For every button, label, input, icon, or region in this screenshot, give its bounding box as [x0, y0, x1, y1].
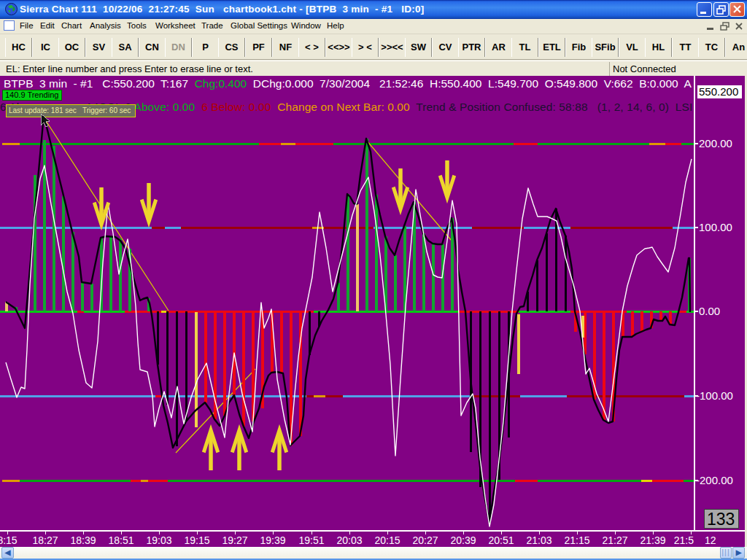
svg-text:133: 133: [707, 510, 735, 529]
svg-text:140.9 Trending: 140.9 Trending: [5, 90, 58, 99]
svg-text:19:27: 19:27: [222, 534, 247, 546]
svg-text:0.00: 0.00: [699, 305, 720, 317]
svg-text:18:27: 18:27: [32, 534, 58, 546]
svg-text:-100.00: -100.00: [696, 389, 733, 402]
svg-text:Last update: 181 sec Trigger: Last update: 181 sec Trigger: 60 sec: [9, 106, 131, 114]
svg-text:20:39: 20:39: [450, 534, 476, 546]
svg-text:20:03: 20:03: [336, 534, 362, 546]
svg-text:21:27: 21:27: [602, 534, 627, 546]
svg-text:21:15: 21:15: [564, 534, 589, 546]
svg-text:-200.00: -200.00: [696, 474, 733, 486]
svg-text:18:39: 18:39: [70, 534, 96, 546]
svg-text:20:27: 20:27: [412, 534, 438, 546]
svg-text:21:39: 21:39: [640, 534, 665, 546]
svg-text:200.00: 200.00: [699, 137, 732, 149]
svg-text:21:5: 21:5: [674, 534, 694, 546]
svg-text:19:39: 19:39: [260, 534, 285, 546]
svg-text:BTPB 3 min - #1 C:550.200: BTPB 3 min - #1 C:550.200 T:167 Chg:0.40…: [4, 77, 692, 90]
svg-text:18:51: 18:51: [108, 534, 133, 546]
svg-text:21:03: 21:03: [526, 534, 551, 546]
svg-text:550.200: 550.200: [699, 85, 738, 98]
svg-text:20:15: 20:15: [374, 534, 400, 546]
svg-text:8:15: 8:15: [0, 534, 18, 546]
svg-text:12: 12: [705, 534, 716, 546]
svg-text:19:15: 19:15: [184, 534, 209, 546]
svg-text:19:03: 19:03: [146, 534, 171, 546]
svg-text:20:51: 20:51: [488, 534, 514, 546]
svg-text:19:51: 19:51: [298, 534, 324, 546]
svg-text:100.00: 100.00: [699, 221, 732, 233]
